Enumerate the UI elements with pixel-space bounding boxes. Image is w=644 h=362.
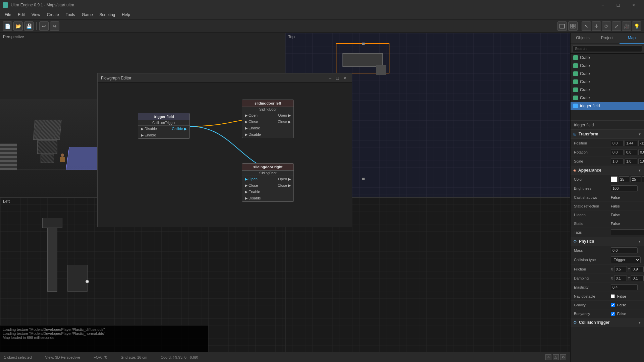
friction-x-input[interactable] — [614, 266, 627, 272]
scale-row: Scale — [571, 157, 644, 166]
object-item-crate-3[interactable]: Crate — [571, 70, 644, 78]
select-tool[interactable]: ↖ — [582, 21, 591, 31]
save-button[interactable]: 💾 — [24, 21, 34, 31]
collision-type-select[interactable]: Trigger Box Sphere — [611, 256, 641, 263]
color-g-input[interactable] — [630, 176, 641, 182]
transform-section-header[interactable]: ⊞ Transform ▼ — [571, 130, 644, 139]
menu-edit[interactable]: Edit — [14, 11, 28, 18]
friction-value: X Y — [611, 266, 644, 272]
new-button[interactable]: 📄 — [3, 21, 12, 31]
rotation-inputs — [611, 149, 644, 155]
friction-y-input[interactable] — [631, 266, 644, 272]
scale-tool[interactable]: ⤢ — [612, 21, 621, 31]
svg-rect-0 — [560, 24, 565, 28]
flowgraph-minimize-button[interactable]: − — [326, 74, 334, 82]
damping-x-input[interactable] — [614, 275, 627, 281]
collision-type-label: Collision type — [574, 258, 611, 262]
fg-node-trigger-collide-port[interactable]: Collide ▶ — [172, 127, 187, 131]
flowgraph-canvas[interactable]: trigger field CollisionTrigger ▶ Disable… — [98, 83, 352, 227]
undo-button[interactable]: ↩ — [39, 21, 49, 31]
object-item-trigger-field[interactable]: trigger field — [571, 102, 644, 110]
fg-node-trigger[interactable]: trigger field CollisionTrigger ▶ Disable… — [138, 113, 190, 139]
fg-node-door-left[interactable]: slidingdoor left SlidingDoor ▶ Open Open… — [242, 100, 294, 138]
menu-tools[interactable]: Tools — [62, 11, 78, 18]
brightness-input[interactable] — [611, 185, 638, 191]
position-y-input[interactable] — [625, 140, 637, 146]
object-item-crate-2[interactable]: Crate — [571, 62, 644, 70]
statusbar-icon-2[interactable]: △ — [553, 354, 559, 360]
object-item-crate-4[interactable]: Crate — [571, 78, 644, 86]
viewport-layout-1[interactable] — [557, 21, 567, 31]
menu-scripting[interactable]: Scripting — [96, 11, 119, 18]
buoyancy-checkbox[interactable] — [611, 312, 615, 316]
gravity-row: Gravity False — [571, 301, 644, 309]
appearance-section: ◈ Appearance ▼ Color Brightness — [571, 166, 644, 237]
object-item-crate-5[interactable]: Crate — [571, 86, 644, 94]
flowgraph-close-button[interactable]: × — [341, 74, 348, 82]
menu-view[interactable]: View — [28, 11, 44, 18]
close-button[interactable]: × — [626, 0, 641, 10]
cast-shadows-row: Cast shadows False — [571, 193, 644, 202]
rotation-z-input[interactable] — [638, 149, 644, 155]
open-button[interactable]: 📂 — [13, 21, 23, 31]
buoyancy-bool: False — [617, 312, 626, 316]
move-tool[interactable]: ✛ — [592, 21, 601, 31]
statusbar-icon-1[interactable]: ⚠ — [545, 354, 551, 360]
menu-file[interactable]: File — [1, 11, 14, 18]
properties-panel: trigger field ⊞ Transform ▼ Position — [571, 121, 644, 362]
hidden-value: False — [611, 213, 641, 217]
statusbar-icon-3[interactable]: ⚙ — [560, 354, 566, 360]
object-item-crate-1[interactable]: Crate — [571, 54, 644, 62]
position-x-input[interactable] — [611, 140, 624, 146]
tab-project[interactable]: Project — [595, 33, 620, 44]
menu-help[interactable]: Help — [118, 11, 133, 18]
mass-label: Mass — [574, 248, 611, 252]
tags-value — [611, 229, 644, 235]
object-label-crate-5: Crate — [580, 87, 590, 92]
flowgraph-titlebar: Flowgraph Editor − □ × — [98, 73, 352, 83]
color-swatch[interactable] — [611, 176, 618, 182]
damping-y-input[interactable] — [631, 275, 644, 281]
flowgraph-restore-button[interactable]: □ — [334, 74, 341, 82]
object-item-crate-6[interactable]: Crate — [571, 94, 644, 102]
gravity-checkbox[interactable] — [611, 303, 615, 307]
rotation-y-input[interactable] — [625, 149, 637, 155]
search-input[interactable] — [573, 45, 642, 52]
elasticity-input[interactable] — [611, 284, 638, 290]
scale-x-input[interactable] — [611, 158, 624, 164]
collision-trigger-header[interactable]: ⚙ CollisionTrigger ▼ — [571, 318, 644, 327]
scale-z-input[interactable] — [638, 158, 644, 164]
tab-objects[interactable]: Objects — [571, 33, 595, 44]
rotation-x-input[interactable] — [611, 149, 624, 155]
object-label-crate-6: Crate — [580, 96, 590, 100]
tags-input[interactable] — [611, 229, 644, 235]
viewport-layout-4[interactable] — [568, 21, 578, 31]
menu-game[interactable]: Game — [78, 11, 96, 18]
camera-tool[interactable]: 🎥 — [622, 21, 631, 31]
nav-obstacle-bool: False — [617, 294, 626, 298]
redo-button[interactable]: ↪ — [50, 21, 59, 31]
minimize-button[interactable]: − — [595, 0, 610, 10]
mass-input[interactable] — [611, 247, 638, 253]
hidden-label: Hidden — [574, 213, 611, 217]
color-r-input[interactable] — [619, 176, 629, 182]
rotate-tool[interactable]: ⟳ — [602, 21, 611, 31]
static-reflection-label: Static reflection — [574, 204, 611, 208]
color-b-input[interactable] — [642, 176, 644, 182]
appearance-section-header[interactable]: ◈ Appearance ▼ — [571, 166, 644, 175]
fg-node-door-right-disable-row: ▶ Disable — [242, 195, 293, 201]
fg-node-trigger-disable-row: ▶ Disable Collide ▶ — [138, 126, 190, 132]
maximize-button[interactable]: □ — [610, 0, 626, 10]
fg-node-door-right[interactable]: slidingdoor right SlidingDoor ▶ Open Ope… — [242, 163, 294, 202]
fg-node-door-left-disable-row: ▶ Disable — [242, 131, 293, 138]
appearance-section-title: Appearance — [578, 168, 601, 173]
scale-y-input[interactable] — [625, 158, 637, 164]
nav-obstacle-checkbox[interactable] — [611, 294, 615, 298]
physics-section-header[interactable]: ⚙ Physics ▼ — [571, 237, 644, 246]
gravity-value: False — [611, 303, 641, 307]
position-z-input[interactable] — [638, 140, 644, 146]
tab-map[interactable]: Map — [620, 33, 644, 44]
menu-create[interactable]: Create — [44, 11, 62, 18]
light-tool[interactable]: 💡 — [632, 21, 641, 31]
fg-node-trigger-enable-port: ▶ Enable — [141, 133, 156, 137]
